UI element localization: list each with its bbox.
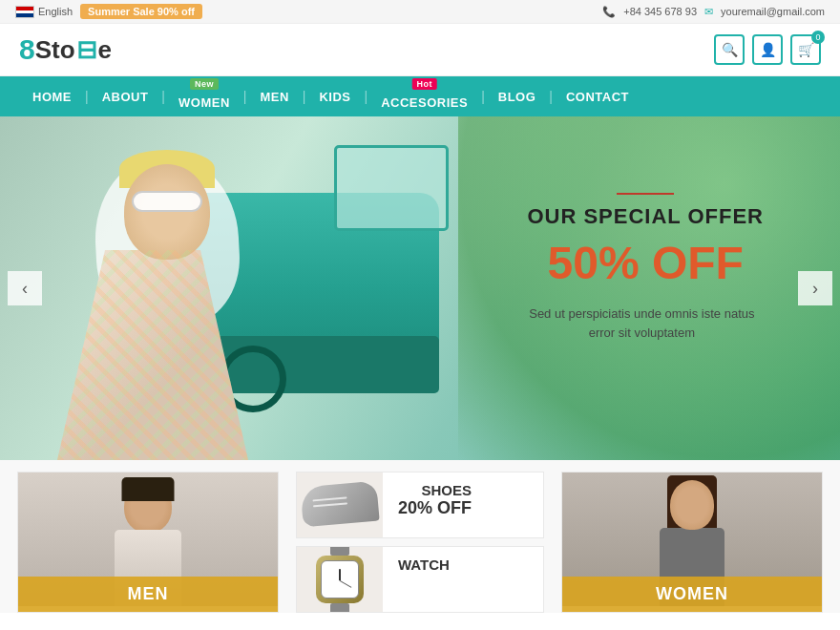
cart-icon: 🛒 xyxy=(798,42,814,57)
shoes-name: SHOES xyxy=(398,482,472,498)
women-card[interactable]: WOMEN xyxy=(561,472,823,613)
men-card[interactable]: MEN xyxy=(17,472,279,613)
cart-in-logo-icon: ⊟ xyxy=(76,35,97,64)
shoe-laces-container xyxy=(312,492,351,510)
main-nav: HOME | ABOUT | New WOMEN | MEN | KIDS | … xyxy=(0,76,840,116)
header: 8 Sto⊟e 🔍 👤 🛒 0 xyxy=(0,24,840,76)
hero-offer: 50% OFF xyxy=(527,237,764,289)
cart-count: 0 xyxy=(811,31,825,44)
accesories-hot-badge: Hot xyxy=(411,78,437,90)
shoes-card-info: SHOES 20% OFF xyxy=(383,472,487,537)
user-button[interactable]: 👤 xyxy=(752,34,783,65)
watch-body xyxy=(316,556,364,603)
hero-decorative-line xyxy=(617,193,674,195)
woman-sunglasses xyxy=(132,191,202,212)
women-label: WOMEN xyxy=(562,577,822,612)
watch-strap-bottom xyxy=(330,603,349,613)
hero-title: OUR SPECIAL OFFER xyxy=(527,204,764,229)
email-address: youremail@gmail.com xyxy=(721,6,825,17)
logo-8: 8 xyxy=(19,33,35,66)
phone-icon: 📞 xyxy=(602,6,616,18)
watch-hand-minute xyxy=(340,580,352,588)
nav-item-home[interactable]: HOME xyxy=(19,76,85,116)
hero-car-scene xyxy=(0,116,477,460)
top-bar-left: English Summer Sale 90% off xyxy=(15,4,202,19)
women-face xyxy=(670,480,714,530)
hero-description: Sed ut perspiciatis unde omnis iste natu… xyxy=(527,304,756,342)
nav-item-accesories[interactable]: Hot ACCESORIES xyxy=(368,76,481,116)
nav-item-about[interactable]: ABOUT xyxy=(89,76,162,116)
watch-face xyxy=(321,560,359,598)
search-button[interactable]: 🔍 xyxy=(714,34,745,65)
phone-number: +84 345 678 93 xyxy=(623,6,697,17)
nav-item-women[interactable]: New WOMEN xyxy=(165,76,243,116)
email-icon: ✉ xyxy=(704,6,713,18)
watch-card-image xyxy=(297,547,383,612)
header-icons: 🔍 👤 🛒 0 xyxy=(714,34,821,65)
shoe-lace-1 xyxy=(312,496,346,501)
sale-text: Summer Sale 90% off xyxy=(88,6,195,17)
cart-button[interactable]: 🛒 0 xyxy=(790,34,821,65)
women-new-badge: New xyxy=(190,78,219,90)
shoes-card[interactable]: SHOES 20% OFF xyxy=(296,472,544,538)
hero-content: OUR SPECIAL OFFER 50% OFF Sed ut perspic… xyxy=(527,193,764,342)
middle-cards: SHOES 20% OFF xyxy=(290,472,550,613)
watch-strap-top xyxy=(330,546,349,556)
nav-item-kids[interactable]: KIDS xyxy=(305,76,364,116)
language-selector[interactable]: English xyxy=(15,6,73,18)
user-icon: 👤 xyxy=(760,42,776,57)
nav-item-men[interactable]: MEN xyxy=(246,76,302,116)
flag-icon xyxy=(15,6,34,18)
nav-item-contact[interactable]: CONTACT xyxy=(553,76,642,116)
lang-label: English xyxy=(38,6,73,17)
shoe-shape-container xyxy=(302,484,378,527)
logo-store: Sto⊟e xyxy=(35,35,112,65)
man-hair xyxy=(122,477,175,501)
shoe-shape xyxy=(300,480,379,527)
woman-face xyxy=(124,164,210,260)
search-icon: 🔍 xyxy=(722,42,738,57)
shoes-discount: 20% OFF xyxy=(398,498,472,518)
watch-hand-hour xyxy=(339,569,341,580)
top-bar-right: 📞 +84 345 678 93 ✉ youremail@gmail.com xyxy=(602,6,825,18)
slider-next-button[interactable]: › xyxy=(798,271,832,305)
watch-container xyxy=(316,546,364,613)
car-mirror xyxy=(334,145,449,231)
sale-badge: Summer Sale 90% off xyxy=(80,4,202,19)
hero-slider: OUR SPECIAL OFFER 50% OFF Sed ut perspic… xyxy=(0,116,840,460)
chevron-left-icon: ‹ xyxy=(22,279,28,299)
logo[interactable]: 8 Sto⊟e xyxy=(19,33,112,66)
men-label: MEN xyxy=(18,577,278,612)
slider-prev-button[interactable]: ‹ xyxy=(8,271,42,305)
product-grid: MEN SHOES 20% OFF xyxy=(0,460,840,613)
nav-item-blog[interactable]: BLOG xyxy=(485,76,550,116)
shoe-lace-2 xyxy=(313,502,347,507)
top-bar: English Summer Sale 90% off 📞 +84 345 67… xyxy=(0,0,840,24)
watch-card-info: WATCH xyxy=(383,547,465,612)
watch-name: WATCH xyxy=(398,556,450,573)
shoes-card-image xyxy=(297,472,383,537)
watch-card[interactable]: WATCH xyxy=(296,546,544,613)
chevron-right-icon: › xyxy=(812,279,818,299)
